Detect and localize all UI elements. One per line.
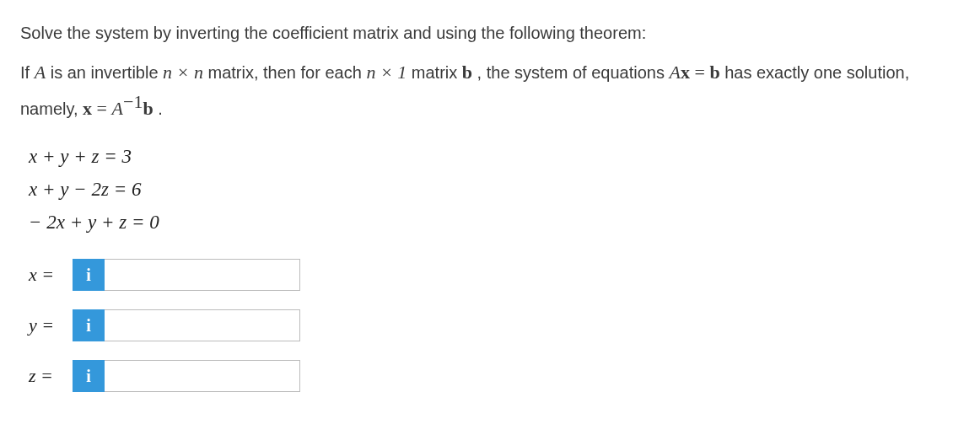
prompt-text: Solve the system by inverting the coeffi… — [20, 24, 646, 42]
input-x[interactable] — [105, 259, 300, 291]
dim-nx1: n × 1 — [366, 62, 407, 83]
eqn-eq: = — [690, 62, 709, 83]
label-x: x = — [29, 264, 73, 286]
input-y[interactable] — [105, 309, 300, 341]
label-z: z = — [29, 365, 73, 387]
input-group-x: i — [73, 259, 300, 291]
eqn-x: x — [681, 62, 690, 83]
vector-b: b — [462, 62, 472, 83]
info-symbol: i — [86, 316, 91, 336]
equation-1: x + y + z = 3 — [29, 140, 960, 173]
info-icon[interactable]: i — [73, 259, 105, 291]
input-z[interactable] — [105, 360, 300, 392]
answer-row-x: x = i — [29, 259, 960, 291]
eqn-A: A — [670, 62, 681, 83]
info-icon[interactable]: i — [73, 309, 105, 341]
answer-row-y: y = i — [29, 309, 960, 341]
dim-nxn: n × n — [163, 62, 203, 83]
equation-2: x + y − 2z = 6 — [29, 173, 960, 206]
theorem-text-2: is an invertible — [46, 63, 163, 82]
info-icon[interactable]: i — [73, 360, 105, 392]
sol-exp: −1 — [123, 91, 143, 112]
sol-eq: = — [92, 98, 111, 119]
label-y: y = — [29, 314, 73, 336]
theorem-text-3: matrix, then for each — [203, 63, 366, 82]
theorem-text-1: If — [20, 63, 35, 82]
eqn-b: b — [709, 62, 719, 83]
answer-row-z: z = i — [29, 360, 960, 392]
equation-system: x + y + z = 3 x + y − 2z = 6 − 2x + y + … — [29, 140, 960, 239]
input-group-y: i — [73, 309, 300, 341]
equation-3: − 2x + y + z = 0 — [29, 206, 960, 239]
theorem-statement: If A is an invertible n × n matrix, then… — [20, 57, 960, 123]
theorem-text-5: , the system of equations — [472, 63, 669, 82]
theorem-text-4: matrix — [407, 63, 462, 82]
sol-b: b — [143, 98, 153, 119]
input-group-z: i — [73, 360, 300, 392]
sol-x: x — [83, 98, 92, 119]
sol-A: A — [112, 98, 123, 119]
info-symbol: i — [86, 266, 91, 285]
theorem-dot: . — [153, 99, 163, 118]
info-symbol: i — [86, 367, 91, 386]
matrix-A: A — [35, 62, 46, 83]
question-prompt: Solve the system by inverting the coeffi… — [20, 20, 960, 46]
